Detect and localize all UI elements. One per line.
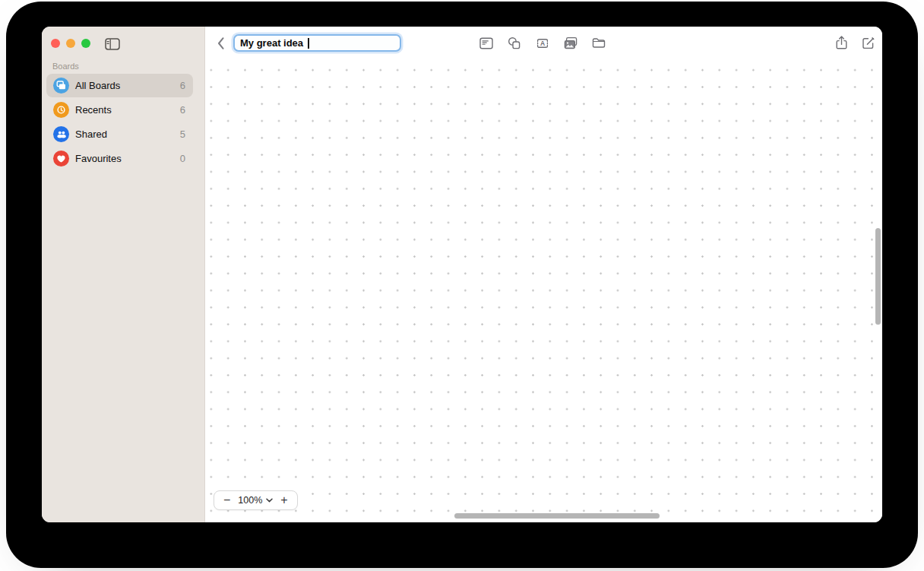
media-button[interactable]	[562, 35, 579, 52]
sticky-note-button[interactable]	[478, 35, 495, 52]
files-button[interactable]	[590, 35, 607, 52]
shapes-button[interactable]	[506, 35, 523, 52]
text-caret	[308, 38, 309, 49]
boards-section-label: Boards	[52, 62, 79, 71]
favourites-heart-icon	[53, 151, 69, 167]
close-window-button[interactable]	[51, 39, 60, 48]
sidebar-item-label: Shared	[75, 128, 107, 140]
shapes-icon	[507, 36, 522, 51]
sidebar-item-label: All Boards	[75, 80, 120, 91]
board-title-input[interactable]	[233, 34, 401, 52]
shared-people-icon	[53, 126, 69, 142]
board-canvas[interactable]: A	[205, 27, 882, 522]
window-actions	[833, 34, 876, 51]
zoom-level-value: 100%	[238, 495, 262, 506]
zoom-window-button[interactable]	[81, 39, 90, 48]
sticky-note-icon	[479, 36, 494, 51]
files-folder-icon	[591, 36, 606, 51]
new-board-button[interactable]	[859, 34, 876, 51]
sidebar-item-recents[interactable]: Recents 6	[46, 98, 193, 122]
sidebar-item-favourites[interactable]: Favourites 0	[46, 147, 193, 170]
text-tool-letter: A	[540, 40, 545, 47]
sidebar: Boards All Boards 6	[42, 27, 205, 522]
sidebar-item-count: 6	[180, 80, 185, 91]
share-icon	[834, 34, 849, 51]
sidebar-item-shared[interactable]: Shared 5	[46, 122, 193, 146]
traffic-lights	[51, 39, 90, 48]
sidebar-item-count: 5	[180, 128, 185, 140]
zoom-out-button[interactable]: −	[223, 494, 231, 506]
back-button[interactable]	[213, 36, 228, 51]
horizontal-scrollbar-thumb[interactable]	[454, 513, 660, 519]
text-box-button[interactable]: A	[534, 35, 551, 52]
text-box-icon: A	[535, 36, 550, 51]
sidebar-item-count: 6	[180, 104, 185, 116]
toggle-sidebar-button[interactable]	[104, 37, 121, 51]
zoom-controls: − 100% +	[214, 490, 298, 510]
canvas-dot-grid	[205, 57, 882, 522]
sidebar-icon	[105, 38, 120, 50]
minimize-window-button[interactable]	[66, 39, 75, 48]
sidebar-item-label: Recents	[75, 104, 112, 116]
recents-clock-icon	[53, 102, 69, 118]
freeform-window: Boards All Boards 6	[42, 27, 882, 522]
share-button[interactable]	[833, 34, 850, 51]
all-boards-icon	[53, 78, 69, 94]
chevron-down-icon	[266, 498, 273, 503]
new-board-compose-icon	[860, 35, 876, 51]
zoom-level-menu[interactable]: 100%	[238, 495, 273, 506]
insert-toolbar: A	[478, 35, 607, 52]
board-title-field	[233, 34, 401, 52]
sidebar-item-all-boards[interactable]: All Boards 6	[46, 74, 193, 97]
media-icon	[563, 36, 578, 51]
sidebar-items: All Boards 6 Recents 6	[42, 74, 204, 171]
zoom-in-button[interactable]: +	[280, 494, 288, 506]
chevron-left-icon	[217, 36, 225, 50]
sidebar-item-count: 0	[180, 153, 185, 164]
vertical-scrollbar-thumb[interactable]	[875, 228, 881, 325]
sidebar-item-label: Favourites	[75, 153, 122, 164]
